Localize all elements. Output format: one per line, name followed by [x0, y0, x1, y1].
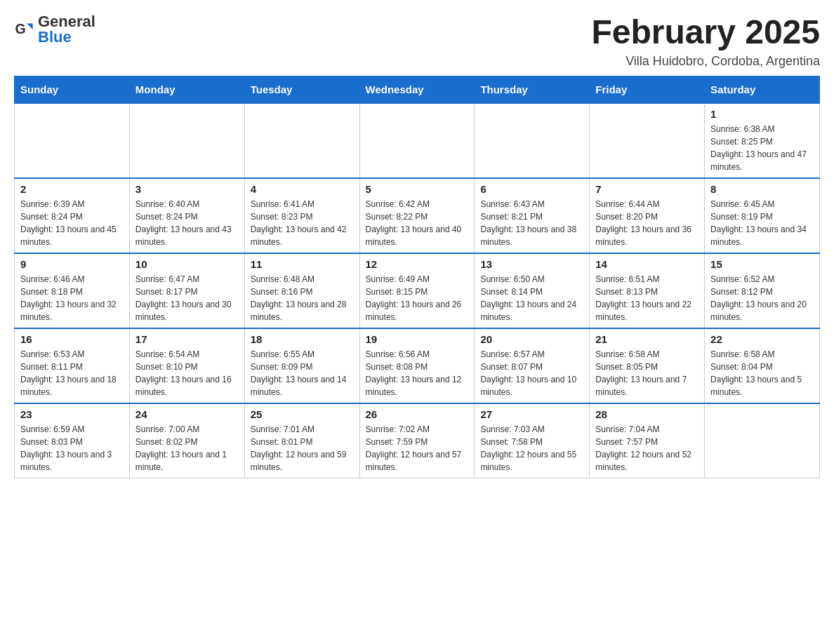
day-info: Sunrise: 6:52 AM Sunset: 8:12 PM Dayligh…: [710, 273, 814, 323]
day-info: Sunrise: 6:47 AM Sunset: 8:17 PM Dayligh…: [135, 273, 239, 323]
calendar-cell: 22Sunrise: 6:58 AM Sunset: 8:04 PM Dayli…: [705, 328, 820, 403]
calendar-cell: 13Sunrise: 6:50 AM Sunset: 8:14 PM Dayli…: [475, 253, 590, 328]
calendar-header-thursday: Thursday: [475, 76, 590, 103]
calendar-cell: 8Sunrise: 6:45 AM Sunset: 8:19 PM Daylig…: [705, 178, 820, 253]
svg-marker-1: [27, 24, 32, 29]
calendar-cell: 4Sunrise: 6:41 AM Sunset: 8:23 PM Daylig…: [244, 178, 359, 253]
day-number: 18: [251, 333, 354, 345]
day-number: 23: [20, 408, 124, 420]
calendar-cell: 28Sunrise: 7:04 AM Sunset: 7:57 PM Dayli…: [590, 403, 705, 478]
day-info: Sunrise: 6:58 AM Sunset: 8:04 PM Dayligh…: [710, 348, 814, 398]
day-info: Sunrise: 7:04 AM Sunset: 7:57 PM Dayligh…: [595, 423, 699, 474]
day-info: Sunrise: 6:53 AM Sunset: 8:11 PM Dayligh…: [20, 348, 124, 398]
day-info: Sunrise: 6:49 AM Sunset: 8:15 PM Dayligh…: [366, 273, 469, 323]
calendar-cell: [590, 103, 705, 178]
day-number: 2: [20, 183, 124, 195]
day-number: 26: [366, 408, 469, 420]
calendar-cell: 5Sunrise: 6:42 AM Sunset: 8:22 PM Daylig…: [359, 178, 475, 253]
page-header: G General Blue February 2025 Villa Huido…: [14, 14, 820, 69]
day-info: Sunrise: 6:46 AM Sunset: 8:18 PM Dayligh…: [20, 273, 124, 323]
day-number: 17: [135, 333, 239, 345]
month-title: February 2025: [591, 14, 820, 51]
logo-general-text: General: [38, 14, 95, 29]
day-number: 16: [20, 333, 124, 345]
day-info: Sunrise: 6:57 AM Sunset: 8:07 PM Dayligh…: [480, 348, 583, 398]
day-info: Sunrise: 6:59 AM Sunset: 8:03 PM Dayligh…: [20, 423, 124, 474]
calendar-cell: 3Sunrise: 6:40 AM Sunset: 8:24 PM Daylig…: [129, 178, 244, 253]
day-info: Sunrise: 6:45 AM Sunset: 8:19 PM Dayligh…: [710, 198, 814, 248]
day-number: 24: [135, 408, 239, 420]
calendar-week-row-5: 23Sunrise: 6:59 AM Sunset: 8:03 PM Dayli…: [15, 403, 820, 478]
calendar-table: SundayMondayTuesdayWednesdayThursdayFrid…: [14, 76, 820, 478]
calendar-week-row-3: 9Sunrise: 6:46 AM Sunset: 8:18 PM Daylig…: [15, 253, 820, 328]
calendar-cell: 9Sunrise: 6:46 AM Sunset: 8:18 PM Daylig…: [15, 253, 130, 328]
day-info: Sunrise: 6:51 AM Sunset: 8:13 PM Dayligh…: [595, 273, 699, 323]
calendar-cell: [705, 403, 820, 478]
calendar-cell: 24Sunrise: 7:00 AM Sunset: 8:02 PM Dayli…: [129, 403, 244, 478]
calendar-cell: 19Sunrise: 6:56 AM Sunset: 8:08 PM Dayli…: [359, 328, 475, 403]
calendar-cell: 17Sunrise: 6:54 AM Sunset: 8:10 PM Dayli…: [129, 328, 244, 403]
calendar-cell: 14Sunrise: 6:51 AM Sunset: 8:13 PM Dayli…: [590, 253, 705, 328]
calendar-header-friday: Friday: [590, 76, 705, 103]
calendar-header-saturday: Saturday: [705, 76, 820, 103]
calendar-week-row-4: 16Sunrise: 6:53 AM Sunset: 8:11 PM Dayli…: [15, 328, 820, 403]
day-number: 13: [480, 258, 583, 270]
calendar-cell: 12Sunrise: 6:49 AM Sunset: 8:15 PM Dayli…: [359, 253, 475, 328]
day-number: 28: [595, 408, 699, 420]
day-info: Sunrise: 7:03 AM Sunset: 7:58 PM Dayligh…: [480, 423, 583, 474]
calendar-cell: 23Sunrise: 6:59 AM Sunset: 8:03 PM Dayli…: [15, 403, 130, 478]
calendar-cell: 16Sunrise: 6:53 AM Sunset: 8:11 PM Dayli…: [15, 328, 130, 403]
day-info: Sunrise: 6:50 AM Sunset: 8:14 PM Dayligh…: [480, 273, 583, 323]
day-number: 22: [710, 333, 814, 345]
day-number: 5: [366, 183, 469, 195]
day-info: Sunrise: 6:42 AM Sunset: 8:22 PM Dayligh…: [366, 198, 469, 248]
calendar-cell: 1Sunrise: 6:38 AM Sunset: 8:25 PM Daylig…: [705, 103, 820, 178]
title-block: February 2025 Villa Huidobro, Cordoba, A…: [591, 14, 820, 69]
calendar-week-row-1: 1Sunrise: 6:38 AM Sunset: 8:25 PM Daylig…: [15, 103, 820, 178]
calendar-cell: 20Sunrise: 6:57 AM Sunset: 8:07 PM Dayli…: [475, 328, 590, 403]
calendar-cell: 2Sunrise: 6:39 AM Sunset: 8:24 PM Daylig…: [15, 178, 130, 253]
calendar-cell: [359, 103, 475, 178]
day-info: Sunrise: 6:44 AM Sunset: 8:20 PM Dayligh…: [595, 198, 699, 248]
day-info: Sunrise: 6:55 AM Sunset: 8:09 PM Dayligh…: [251, 348, 354, 398]
day-number: 19: [366, 333, 469, 345]
day-info: Sunrise: 7:01 AM Sunset: 8:01 PM Dayligh…: [251, 423, 354, 474]
day-info: Sunrise: 6:39 AM Sunset: 8:24 PM Dayligh…: [20, 198, 124, 248]
day-number: 1: [710, 108, 814, 120]
day-number: 8: [710, 183, 814, 195]
day-number: 21: [595, 333, 699, 345]
day-info: Sunrise: 7:00 AM Sunset: 8:02 PM Dayligh…: [135, 423, 239, 474]
day-number: 15: [710, 258, 814, 270]
day-number: 11: [251, 258, 354, 270]
day-number: 12: [366, 258, 469, 270]
calendar-cell: [129, 103, 244, 178]
calendar-cell: 18Sunrise: 6:55 AM Sunset: 8:09 PM Dayli…: [244, 328, 359, 403]
calendar-cell: [475, 103, 590, 178]
day-info: Sunrise: 7:02 AM Sunset: 7:59 PM Dayligh…: [366, 423, 469, 474]
day-info: Sunrise: 6:54 AM Sunset: 8:10 PM Dayligh…: [135, 348, 239, 398]
location-subtitle: Villa Huidobro, Cordoba, Argentina: [591, 54, 820, 69]
calendar-header-monday: Monday: [129, 76, 244, 103]
logo: G General Blue: [14, 14, 95, 45]
day-info: Sunrise: 6:56 AM Sunset: 8:08 PM Dayligh…: [366, 348, 469, 398]
day-info: Sunrise: 6:40 AM Sunset: 8:24 PM Dayligh…: [135, 198, 239, 248]
calendar-header-wednesday: Wednesday: [359, 76, 475, 103]
calendar-cell: 26Sunrise: 7:02 AM Sunset: 7:59 PM Dayli…: [359, 403, 475, 478]
day-info: Sunrise: 6:58 AM Sunset: 8:05 PM Dayligh…: [595, 348, 699, 398]
calendar-week-row-2: 2Sunrise: 6:39 AM Sunset: 8:24 PM Daylig…: [15, 178, 820, 253]
calendar-cell: 7Sunrise: 6:44 AM Sunset: 8:20 PM Daylig…: [590, 178, 705, 253]
logo-blue-text: Blue: [38, 29, 95, 45]
svg-text:G: G: [15, 21, 25, 36]
day-number: 14: [595, 258, 699, 270]
calendar-header-tuesday: Tuesday: [244, 76, 359, 103]
day-number: 3: [135, 183, 239, 195]
calendar-cell: 27Sunrise: 7:03 AM Sunset: 7:58 PM Dayli…: [475, 403, 590, 478]
day-number: 4: [251, 183, 354, 195]
day-info: Sunrise: 6:43 AM Sunset: 8:21 PM Dayligh…: [480, 198, 583, 248]
calendar-header-row: SundayMondayTuesdayWednesdayThursdayFrid…: [15, 76, 820, 103]
calendar-cell: 10Sunrise: 6:47 AM Sunset: 8:17 PM Dayli…: [129, 253, 244, 328]
day-number: 10: [135, 258, 239, 270]
calendar-header-sunday: Sunday: [15, 76, 130, 103]
day-number: 6: [480, 183, 583, 195]
calendar-cell: 6Sunrise: 6:43 AM Sunset: 8:21 PM Daylig…: [475, 178, 590, 253]
